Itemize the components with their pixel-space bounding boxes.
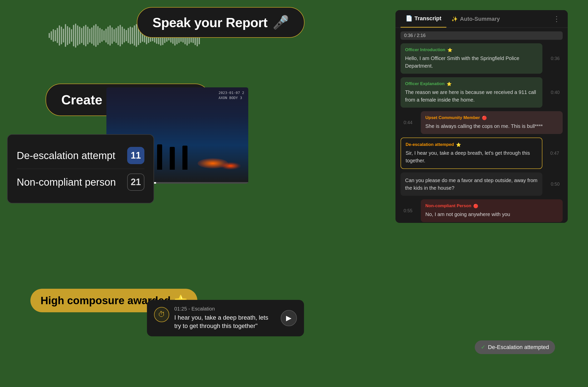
stat-deescalation-count: 11 [127,147,144,164]
transcript-header: 📄 Transcript ✨ Auto-Summary ⋮ [395,10,568,28]
waveform-bar [63,29,64,43]
notification-play-button[interactable]: ▶ [281,310,297,326]
msg-text-1: Hello, I am Officer Smith with the Sprin… [405,54,538,70]
waveform-bar [77,25,78,46]
msg-header-6: Non-compliant Person 🔴 [425,203,558,208]
waveform-bar [83,26,84,45]
msg-category-6: Non-compliant Person [425,203,471,208]
waveform-bar [75,24,76,48]
waveform-bar [51,31,52,40]
msg-alert-3: 🔴 [482,115,487,120]
msg-text-4: Sir, I hear you, take a deep breath, let… [406,149,537,164]
waveform-bar [128,28,129,43]
waveform-bar [49,33,50,38]
figure-2 [170,147,175,170]
waveform-bar [101,29,103,42]
msg-time-2: 0:40 [551,90,560,95]
auto-summary-label: Auto-Summary [460,16,500,22]
stat-noncompliant-count: 21 [127,173,144,191]
message-upset-community: Upset Community Member 🔴 She is always c… [421,111,563,134]
waveform-bar [69,27,70,44]
msg-time-1: 0:36 [551,56,560,61]
msg-star-2: ⭐ [447,82,452,86]
waveform-bar [124,29,125,43]
msg-time-4: 0:47 [550,151,559,156]
waveform-bar [93,25,94,46]
waveform-bar [85,25,86,46]
tab-transcript[interactable]: 📄 Transcript [401,10,446,28]
notification-time-label: 01:25 - Escalation [174,306,276,312]
waveform-bar [59,25,60,46]
msg-time-3: 0:44 [404,120,412,125]
notification-card: ⏱ 01:25 - Escalation I hear you, take a … [147,300,304,336]
message-deescalation: De-escalation attemped ⭐ Sir, I hear you… [401,138,542,169]
message-plain-request: Can you please do me a favor and step ou… [401,172,542,196]
waveform-bar [116,28,117,43]
waveform-bar [109,25,111,46]
waveform-bar [105,29,107,43]
waveform-bar [99,28,101,43]
msg-header-1: Officer Introduction ⭐ [405,47,538,52]
transcript-body[interactable]: Officer Introduction ⭐ Hello, I am Offic… [395,43,568,223]
waveform-bar [132,27,133,44]
msg-text-2: The reason we are here is because we rec… [405,88,538,104]
transcript-panel: 📄 Transcript ✨ Auto-Summary ⋮ 0:36 / 2:1… [395,10,568,223]
waveform-bar [89,29,90,43]
de-escalation-chip: ✓ De-Escalation attempted [475,340,555,354]
speak-report-button[interactable]: Speak your Report 🎤 [137,7,305,38]
msg-time-5: 0:50 [551,182,560,187]
waveform-bar [126,30,127,41]
notification-icon: ⏱ [154,307,169,322]
msg-text-3: She is always calling the cops on me. Th… [425,122,558,130]
check-icon: ✓ [481,344,485,351]
waveform-bar [120,25,121,46]
waveform-bar [91,27,92,44]
figure-3 [182,146,187,170]
waveform-bar [111,27,113,44]
msg-header-3: Upset Community Member 🔴 [425,115,558,120]
stat-deescalation-label: De-escalation attempt [17,150,115,161]
waveform-bar [61,27,62,44]
msg-alert-6: 🔴 [473,204,478,208]
waveform-bar [53,29,54,42]
message-noncompliant: Non-compliant Person 🔴 No, I am not goin… [421,199,563,222]
transcript-timestamp: 0:36 / 2:16 [401,31,563,40]
stat-row-deescalation: De-escalation attempt 11 [17,142,144,169]
message-officer-explanation: Officer Explanation ⭐ The reason we are … [401,77,542,108]
notification-text: I hear you, take a deep breath, lets try… [174,313,276,330]
waveform-bar [107,27,109,44]
waveform-bar [122,27,123,44]
msg-header-2: Officer Explanation ⭐ [405,81,538,86]
msg-star-1: ⭐ [447,48,452,52]
waveform-bar [113,29,115,42]
waveform-bar [103,30,105,41]
more-options-button[interactable]: ⋮ [551,15,563,23]
figure-1 [157,144,162,170]
msg-category-4: De-escalation attemped [406,142,454,147]
tab-auto-summary[interactable]: ✨ Auto-Summary [446,10,505,28]
waveform-bar [79,27,80,44]
transcript-tab-label: Transcript [414,15,441,22]
msg-header-4: De-escalation attemped ⭐ [406,142,537,147]
car-lights-secondary [220,162,241,170]
waveform-bar [130,27,131,44]
msg-category-3: Upset Community Member [425,115,480,120]
message-officer-introduction: Officer Introduction ⭐ Hello, I am Offic… [401,43,542,74]
waveform-bar [95,24,97,47]
auto-summary-icon: ✨ [451,16,458,22]
waveform-bar [67,26,68,45]
waveform-bar [136,24,137,47]
waveform-bar [55,30,56,41]
transcript-tab-icon: 📄 [406,15,412,22]
msg-text-5: Can you please do me a favor and step ou… [405,177,538,192]
stats-panel: De-escalation attempt 11 Non-compliant p… [7,134,154,203]
waveform-bar [134,25,135,46]
waveform-bar [71,29,72,42]
waveform-bar [65,24,66,47]
waveform-bar [87,27,88,44]
notification-content: 01:25 - Escalation I hear you, take a de… [174,306,276,330]
waveform-bar [81,28,82,43]
waveform-bar [73,25,74,46]
msg-text-6: No, I am not going anywhere with you [425,210,558,218]
de-escalation-chip-label: De-Escalation attempted [488,344,549,351]
